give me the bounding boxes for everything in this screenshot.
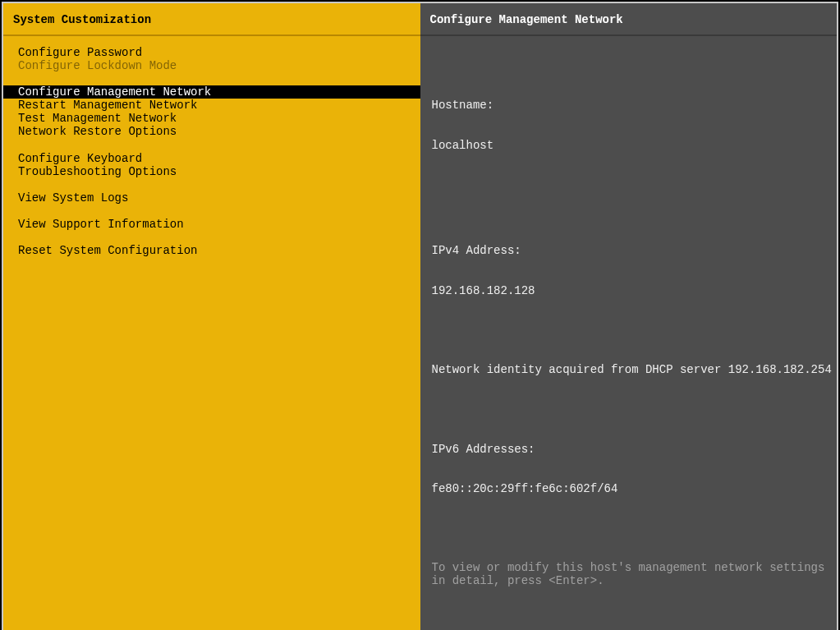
menu-group: Configure KeyboardTroubleshooting Option… [15,152,409,178]
menu-item-troubleshooting-options[interactable]: Troubleshooting Options [15,165,409,178]
dcui-screen: System Customization Configure PasswordC… [0,0,840,630]
hostname-value: localhost [432,139,826,152]
dhcp-line: Network identity acquired from DHCP serv… [432,363,826,376]
hostname-block: Hostname: localhost [432,72,826,178]
menu-item-configure-management-network[interactable]: Configure Management Network [3,85,420,99]
left-pane-title: System Customization [3,3,420,36]
ipv4-value: 192.168.182.128 [432,284,826,297]
menu-item-view-support-information[interactable]: View Support Information [15,218,409,231]
main-area: System Customization Configure PasswordC… [2,2,838,630]
menu-item-configure-lockdown-mode: Configure Lockdown Mode [15,59,409,72]
ipv6-label: IPv6 Addresses: [432,443,826,456]
ipv6-value: fe80::20c:29ff:fe6c:602f/64 [432,482,826,495]
menu-item-test-management-network[interactable]: Test Management Network [15,112,409,125]
right-pane-title: Configure Management Network [420,3,838,36]
menu-group: Reset System Configuration [15,244,409,257]
menu-item-reset-system-configuration[interactable]: Reset System Configuration [15,244,409,257]
ipv4-block: IPv4 Address: 192.168.182.128 [432,218,826,324]
menu-item-restart-management-network[interactable]: Restart Management Network [15,99,409,112]
menu-item-view-system-logs[interactable]: View System Logs [15,191,409,205]
right-footer: <Enter>More <Esc>Log Out [420,624,838,630]
right-pane: Configure Management Network Hostname: l… [420,3,838,630]
menu-item-configure-password[interactable]: Configure Password [15,46,409,59]
ipv4-label: IPv4 Address: [432,244,826,257]
menu-group: Configure PasswordConfigure Lockdown Mod… [15,46,409,72]
menu-group: View Support Information [15,218,409,231]
detail-hint: To view or modify this host's management… [432,561,826,587]
hostname-label: Hostname: [432,99,826,112]
menu-item-network-restore-options[interactable]: Network Restore Options [15,125,409,138]
detail-body: Hostname: localhost IPv4 Address: 192.16… [420,36,838,624]
menu-group: View System Logs [15,191,409,205]
ipv6-block: IPv6 Addresses: fe80::20c:29ff:fe6c:602f… [432,416,826,522]
menu-body: Configure PasswordConfigure Lockdown Mod… [3,36,420,630]
left-pane: System Customization Configure PasswordC… [3,3,420,630]
menu-group: Configure Management NetworkRestart Mana… [15,85,409,138]
menu-item-configure-keyboard[interactable]: Configure Keyboard [15,152,409,165]
